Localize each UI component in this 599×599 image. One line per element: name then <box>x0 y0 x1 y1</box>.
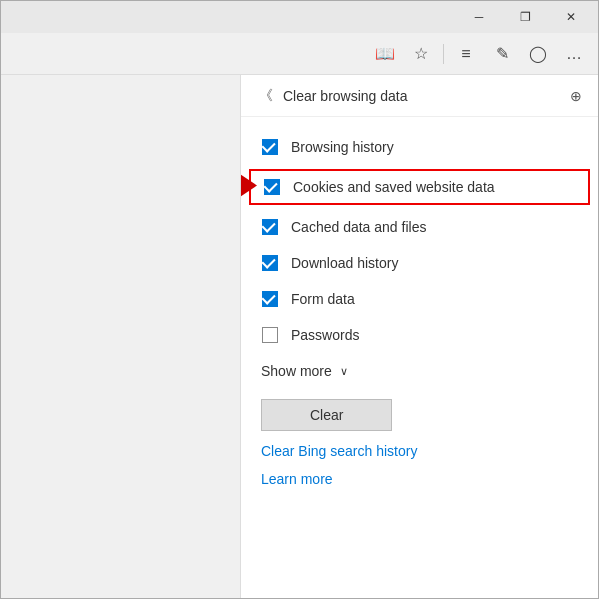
list-item: Download history <box>241 245 598 281</box>
browsing-history-label: Browsing history <box>291 139 394 155</box>
main-layout: 《 Clear browsing data ⊕ Browsing history <box>1 75 598 599</box>
list-item: Form data <box>241 281 598 317</box>
clear-button-row: Clear <box>241 389 598 437</box>
sidebar <box>1 75 241 599</box>
browser-toolbar: 📖 ☆ ≡ ✎ ◯ … <box>1 33 598 75</box>
reading-view-icon[interactable]: 📖 <box>369 38 401 70</box>
cortana-icon[interactable]: ◯ <box>522 38 554 70</box>
show-more-label: Show more <box>261 363 332 379</box>
close-button[interactable]: ✕ <box>548 1 594 33</box>
checkbox-checked-icon[interactable] <box>262 219 278 235</box>
clear-bing-row: Clear Bing search history <box>241 437 598 465</box>
list-item: Cookies and saved website data <box>249 169 590 205</box>
cached-data-label: Cached data and files <box>291 219 426 235</box>
checkbox-unchecked-icon[interactable] <box>262 327 278 343</box>
download-history-label: Download history <box>291 255 398 271</box>
pin-icon[interactable]: ⊕ <box>570 88 582 104</box>
cached-data-checkbox[interactable] <box>261 218 279 236</box>
checkbox-checked-icon[interactable] <box>262 255 278 271</box>
list-item: Passwords <box>241 317 598 353</box>
clear-browsing-panel: 《 Clear browsing data ⊕ Browsing history <box>241 75 598 599</box>
clear-bing-link[interactable]: Clear Bing search history <box>261 443 417 459</box>
title-bar: ─ ❐ ✕ <box>1 1 598 33</box>
checkbox-checked-icon[interactable] <box>262 291 278 307</box>
browsing-history-checkbox[interactable] <box>261 138 279 156</box>
form-data-checkbox[interactable] <box>261 290 279 308</box>
show-more-button[interactable]: Show more ∨ <box>241 353 598 389</box>
cookies-label: Cookies and saved website data <box>293 179 495 195</box>
panel-title: Clear browsing data <box>283 88 408 104</box>
favorites-icon[interactable]: ☆ <box>405 38 437 70</box>
download-history-checkbox[interactable] <box>261 254 279 272</box>
list-item: Browsing history <box>241 129 598 165</box>
clear-button[interactable]: Clear <box>261 399 392 431</box>
panel-header: 《 Clear browsing data ⊕ <box>241 75 598 117</box>
learn-more-link[interactable]: Learn more <box>261 471 333 487</box>
list-item: Cached data and files <box>241 209 598 245</box>
restore-button[interactable]: ❐ <box>502 1 548 33</box>
hub-icon[interactable]: ≡ <box>450 38 482 70</box>
chevron-down-icon: ∨ <box>340 365 348 378</box>
cookies-checkbox[interactable] <box>263 178 281 196</box>
learn-more-row: Learn more <box>241 465 598 493</box>
passwords-checkbox[interactable] <box>261 326 279 344</box>
checkbox-checked-icon[interactable] <box>264 179 280 195</box>
back-icon[interactable]: 《 <box>257 85 275 107</box>
more-icon[interactable]: … <box>558 38 590 70</box>
panel-content: Browsing history Cookies and saved websi… <box>241 117 598 599</box>
passwords-label: Passwords <box>291 327 359 343</box>
toolbar-separator <box>443 44 444 64</box>
minimize-button[interactable]: ─ <box>456 1 502 33</box>
panel-header-left: 《 Clear browsing data <box>257 85 408 107</box>
form-data-label: Form data <box>291 291 355 307</box>
checkbox-checked-icon[interactable] <box>262 139 278 155</box>
web-note-icon[interactable]: ✎ <box>486 38 518 70</box>
